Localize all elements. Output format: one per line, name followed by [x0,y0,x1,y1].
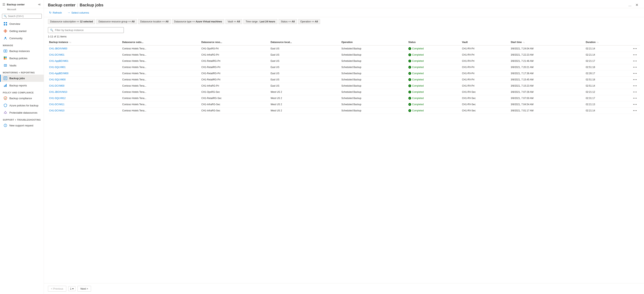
sidebar-item-backup-compliance[interactable]: Backup compliance [0,95,44,102]
cell-start-time: 3/8/2021, 7:15:23 AM [510,83,584,89]
sidebar-item-protectable-datasources[interactable]: Protectable datasources [0,109,44,116]
vaults-icon [4,63,8,67]
protectable-datasources-icon [4,111,8,115]
cell-datasource-subs: Contoso Hotels Tena... [121,108,200,114]
page-select[interactable]: 1 ▾ [68,286,76,291]
filter-datasource-resource-group[interactable]: Datasource resource group == All [96,19,137,24]
cell-datasource-locat: West US 2 [270,101,340,108]
row-actions-button[interactable]: ••• [632,78,638,82]
sidebar-item-overview[interactable]: Overview [0,20,44,27]
cell-row-actions[interactable]: ••• [631,83,640,89]
sidebar-item-backup-jobs[interactable]: Backup jobs [0,75,44,82]
sidebar-item-getting-started[interactable]: Getting started [0,27,44,35]
cell-datasource-reso: CH1-InfraRG-Sec [200,101,270,108]
row-actions-button[interactable]: ••• [632,102,638,106]
cell-status: ✓ Completed [407,45,461,52]
filter-datasource-subscription[interactable]: Datasource subscription == 12 selected [48,19,95,24]
row-actions-button[interactable]: ••• [632,53,638,57]
col-status[interactable]: Status [407,39,461,45]
new-support-request-icon [4,123,8,127]
filter-vault[interactable]: Vault == All [226,19,242,24]
close-button[interactable]: ✕ [634,2,640,8]
more-options-button[interactable]: ... [627,2,633,8]
cell-vault: CH1-RV-Sec [461,95,510,101]
previous-button[interactable]: < Previous [48,286,66,291]
sidebar-item-label: Backup policies [10,57,27,60]
cell-row-actions[interactable]: ••• [631,108,640,114]
sidebar-item-backup-policies[interactable]: Backup policies [0,55,44,62]
next-button[interactable]: Next > [78,286,91,291]
filter-time-range[interactable]: Time range : Last 24 hours [244,19,277,24]
cell-row-actions[interactable]: ••• [631,101,640,108]
cell-row-actions[interactable]: ••• [631,95,640,101]
cell-operation: Scheduled Backup [340,77,407,83]
col-backup-instance[interactable]: Backup instance ↑↓ [48,39,121,45]
cell-row-actions[interactable]: ••• [631,64,640,70]
row-actions-button[interactable]: ••• [632,90,638,94]
svg-rect-9 [4,58,5,59]
filter-datasource-location[interactable]: Datasource location == All [138,19,171,24]
status-label: Completed [412,97,424,100]
status-completed-icon: ✓ [408,91,411,93]
cell-duration: 02:26:17 [584,70,631,77]
row-actions-button[interactable]: ••• [632,65,638,69]
cell-datasource-reso: CH1-OpsRG-Sec [200,89,270,95]
row-actions-button[interactable]: ••• [632,59,638,63]
col-actions [631,39,640,45]
cell-row-actions[interactable]: ••• [631,52,640,58]
cell-operation: Scheduled Backup [340,83,407,89]
cell-start-time: 3/8/2021, 7:07:00 AM [510,95,584,101]
sidebar-item-new-support-request[interactable]: New support request [0,122,44,129]
col-datasource-reso[interactable]: Datasource reso... [200,39,270,45]
row-actions-button[interactable]: ••• [632,96,638,100]
cell-operation: Scheduled Backup [340,45,407,52]
hamburger-icon[interactable]: ☰ [2,3,5,7]
filter-datasource-type[interactable]: Datasource type == Azure Virtual machine… [172,19,224,24]
status-completed-icon: ✓ [408,84,411,87]
cell-row-actions[interactable]: ••• [631,45,640,52]
sidebar-item-label: Backup instances [10,50,30,53]
filter-search-input[interactable] [55,29,122,32]
svg-point-4 [5,30,6,32]
backup-policies-icon [4,56,8,60]
cell-datasource-reso: CH1-RetailRG-Sec [200,95,270,101]
filter-search-box[interactable]: 🔍 [48,27,124,33]
sidebar-search-input[interactable] [8,15,40,18]
sort-icon: ↑↓ [523,41,525,43]
cell-row-actions[interactable]: ••• [631,70,640,77]
cell-row-actions[interactable]: ••• [631,89,640,95]
sidebar-search-box[interactable]: 🔍 [2,14,42,19]
col-datasource-subs[interactable]: Datasource subs... [121,39,200,45]
refresh-button[interactable]: ↻ Refresh [48,10,63,15]
cell-row-actions[interactable]: ••• [631,58,640,64]
table-row: CH1-DCVM10 Contoso Hotels Tena... CH1-In… [48,108,640,114]
col-label: Start time [510,41,522,44]
row-actions-button[interactable]: ••• [632,109,638,113]
row-actions-button[interactable]: ••• [632,84,638,88]
sidebar-item-vaults[interactable]: Vaults [0,62,44,69]
cell-start-time: 3/8/2021, 7:15:45 AM [510,77,584,83]
col-label: Datasource reso... [201,41,222,44]
sidebar-item-backup-reports[interactable]: Backup reports [0,82,44,89]
filter-operation[interactable]: Operation == All [298,19,320,24]
col-datasource-locat[interactable]: Datasource locat... [270,39,340,45]
getting-started-icon [4,29,8,33]
col-start-time[interactable]: Start time ↑↓ [510,39,584,45]
col-label: Datasource locat... [270,41,292,44]
cell-datasource-reso: CH1-RetailRG-Pri [200,70,270,77]
col-operation[interactable]: Operation [340,39,407,45]
filter-status[interactable]: Status == All [278,19,297,24]
main-content: Backup center | Backup jobs ... ✕ ↻ Refr… [44,0,644,294]
select-columns-button[interactable]: → Select columns [66,10,90,15]
cell-row-actions[interactable]: ••• [631,77,640,83]
sidebar-item-community[interactable]: Community [0,35,44,42]
col-duration[interactable]: Duration ↑↓ [584,39,631,45]
collapse-sidebar-button[interactable]: ≪ [38,3,41,7]
cell-vault: CH1-RV-Pri [461,52,510,58]
sidebar-item-azure-policies[interactable]: Azure policies for backup [0,102,44,109]
sidebar-item-backup-instances[interactable]: Backup instances [0,47,44,55]
row-actions-button[interactable]: ••• [632,47,638,51]
section-support: Support + troubleshooting [0,116,44,122]
row-actions-button[interactable]: ••• [632,71,638,75]
col-vault[interactable]: Vault [461,39,510,45]
